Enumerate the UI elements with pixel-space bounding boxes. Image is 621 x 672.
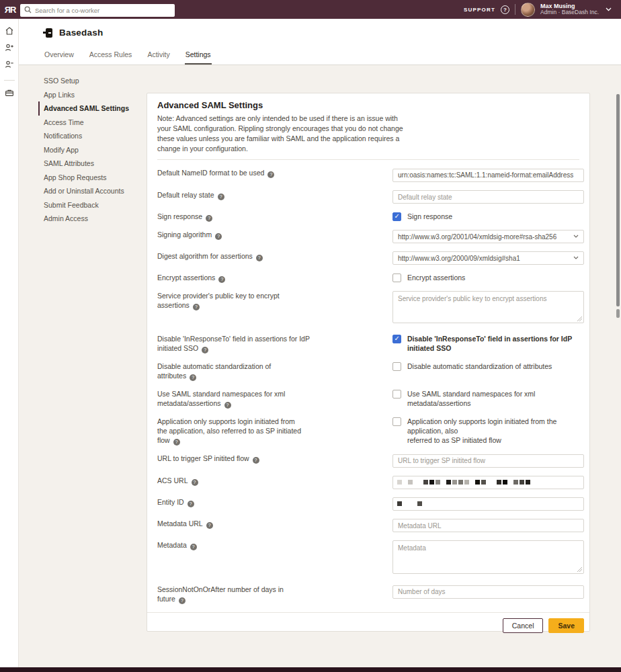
sidebar-item-notifications[interactable]: Notifications [38, 129, 156, 143]
default-relay-state-input[interactable] [392, 190, 584, 204]
form-row-encrypt-assertions: Encrypt assertions? Encrypt assertions [157, 273, 584, 283]
info-icon[interactable]: ? [188, 501, 194, 507]
support-link[interactable]: SUPPORT [464, 7, 495, 13]
chevron-down-icon [573, 235, 579, 239]
sidebar-item-admin-access[interactable]: Admin Access [38, 212, 156, 226]
saml-namespaces-checkbox[interactable] [392, 390, 401, 398]
search-input[interactable] [20, 4, 175, 17]
scrollbar-thumb[interactable] [616, 94, 620, 306]
user-meta: Admin · BaseDash Inc. [540, 9, 599, 16]
signing-algorithm-select[interactable]: http://www.w3.org/2001/04/xmldsig-more#r… [392, 230, 584, 243]
form-row-metadata: Metadata? [157, 540, 584, 577]
encrypt-assertions-checkbox[interactable] [392, 274, 401, 282]
checkbox-label: Disable 'InResponseTo' field in assertio… [407, 334, 584, 353]
info-icon[interactable]: ? [256, 255, 263, 261]
field-label: Disable 'InResponseTo' field in assertio… [157, 335, 310, 352]
sidebar-item-sso-setup[interactable]: SSO Setup [38, 74, 156, 88]
field-label: Metadata URL [157, 519, 203, 528]
info-icon[interactable]: ? [206, 522, 213, 529]
info-icon[interactable]: ? [224, 402, 231, 409]
sidebar-item-modify-app[interactable]: Modify App [38, 143, 156, 157]
info-icon[interactable]: ? [190, 374, 196, 381]
form-row-sign-response: Sign response? Sign response [157, 212, 584, 222]
field-label: Entity ID [157, 498, 184, 506]
tab-settings[interactable]: Settings [185, 50, 212, 65]
digest-algorithm-select[interactable]: http://www.w3.org/2000/09/xmldsig#sha1 [392, 251, 584, 265]
acs-url-input-redacted[interactable] [392, 476, 584, 489]
user-info[interactable]: Max Musing Admin · BaseDash Inc. [540, 3, 599, 16]
bottom-bar [0, 667, 621, 672]
rippling-logo-icon[interactable]: ЯR [0, 5, 20, 15]
metadata-textarea[interactable] [392, 540, 584, 574]
info-icon[interactable]: ? [190, 544, 197, 550]
info-icon[interactable]: ? [202, 347, 208, 353]
info-icon[interactable]: ? [206, 215, 212, 222]
sidebar-item-add-or-uninstall-accounts[interactable]: Add or Uninstall Accounts [38, 184, 156, 198]
remove-person-icon[interactable] [5, 60, 14, 69]
form-row-signing-algorithm: Signing algorithm? http://www.w3.org/200… [157, 230, 584, 243]
app-header: Basedash Overview Access Rules Activity … [19, 19, 621, 65]
form-row-metadata-url: Metadata URL? [157, 519, 584, 533]
default-nameid-input[interactable] [392, 169, 584, 182]
sign-response-checkbox[interactable] [392, 212, 401, 221]
card-footer: Cancel Save [147, 612, 589, 641]
entity-id-input-redacted[interactable] [392, 497, 584, 511]
checkbox-label: Application only supports login initiate… [407, 417, 584, 445]
sidebar-item-advanced-saml-settings[interactable]: Advanced SAML Settings [38, 101, 156, 116]
form-row-default-nameid: Default NameID format to be used? [157, 168, 584, 182]
sidebar-item-access-time[interactable]: Access Time [38, 116, 156, 130]
form-row-sp-flow-url: URL to trigger SP initited flow? [157, 454, 584, 468]
basedash-logo-icon [44, 28, 52, 38]
card-title: Advanced SAML Settings [157, 100, 579, 110]
cancel-button[interactable]: Cancel [503, 618, 544, 633]
info-icon[interactable]: ? [218, 194, 224, 200]
field-label: Digest algorithm for assertions [157, 252, 253, 260]
info-icon[interactable]: ? [215, 233, 222, 240]
field-label: Disable automatic standardization of att… [157, 362, 271, 380]
sp-public-key-textarea[interactable] [392, 291, 584, 323]
help-icon[interactable]: ? [501, 5, 509, 14]
disable-standardization-checkbox[interactable] [392, 362, 401, 371]
form-row-disable-standardization: Disable automatic standardization of att… [157, 362, 584, 381]
info-icon[interactable]: ? [218, 276, 225, 283]
tab-access-rules[interactable]: Access Rules [89, 50, 133, 65]
card-note: Note: Advanced settings are only intende… [157, 114, 579, 154]
field-label: Metadata [157, 541, 187, 549]
saml-form: Default NameID format to be used? Defaul… [147, 168, 589, 612]
topbar: ЯR SUPPORT ? Max Musing Admin · BaseDash… [0, 0, 621, 19]
session-days-input[interactable] [392, 585, 584, 599]
info-icon[interactable]: ? [179, 597, 185, 604]
checkbox-label: Disable automatic standardization of att… [407, 362, 552, 371]
briefcase-icon[interactable] [5, 88, 14, 97]
info-icon[interactable]: ? [253, 457, 259, 464]
checkbox-label: Use SAML standard namespaces for xml met… [407, 389, 584, 408]
sidebar-item-saml-attributes[interactable]: SAML Attributes [38, 157, 156, 171]
chevron-down-icon[interactable] [606, 7, 612, 11]
info-icon[interactable]: ? [192, 479, 198, 486]
form-row-sp-initiated-only: Application only supports login initiate… [157, 417, 584, 446]
save-button[interactable]: Save [548, 618, 584, 633]
info-icon[interactable]: ? [173, 439, 180, 446]
sidebar-item-app-shop-requests[interactable]: App Shop Requests [38, 171, 156, 185]
search-icon [24, 6, 32, 13]
avatar[interactable] [521, 3, 535, 17]
select-value: http://www.w3.org/2000/09/xmldsig#sha1 [398, 255, 520, 262]
disable-inresponseto-checkbox[interactable] [392, 335, 401, 343]
form-row-entity-id: Entity ID? [157, 497, 584, 511]
topbar-divider [515, 4, 515, 15]
home-icon[interactable] [5, 26, 14, 36]
scrollbar-thumb-small[interactable] [616, 309, 620, 318]
info-icon[interactable]: ? [193, 304, 200, 310]
sidebar-item-submit-feedback[interactable]: Submit Feedback [38, 198, 156, 212]
field-label: Use SAML standard namespaces for xml met… [157, 390, 285, 407]
tab-activity[interactable]: Activity [147, 50, 170, 65]
sp-initiated-only-checkbox[interactable] [392, 417, 401, 426]
tab-overview[interactable]: Overview [44, 50, 75, 65]
metadata-url-input[interactable] [392, 519, 584, 532]
chevron-down-icon [573, 256, 579, 260]
info-icon[interactable]: ? [267, 171, 274, 178]
sidebar-item-app-links[interactable]: App Links [38, 88, 156, 102]
field-label: Encrypt assertions [157, 274, 215, 282]
add-person-icon[interactable] [5, 43, 14, 52]
sp-flow-url-input[interactable] [392, 454, 584, 468]
